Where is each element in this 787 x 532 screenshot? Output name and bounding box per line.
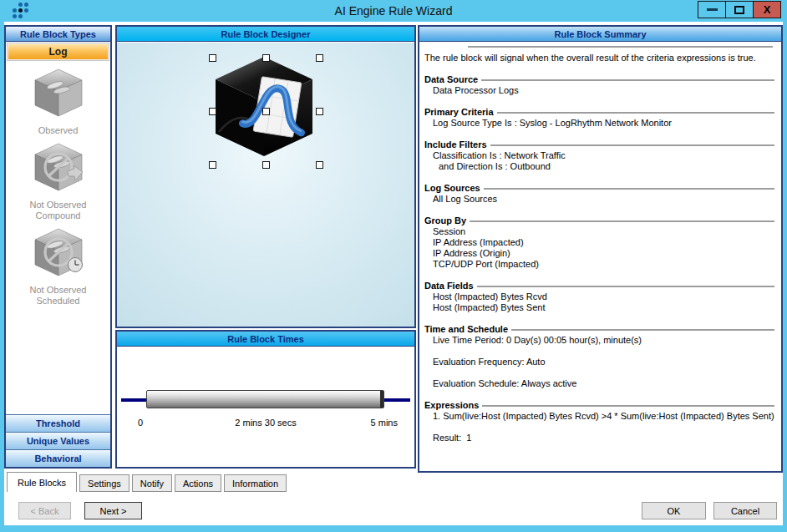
tab-settings[interactable]: Settings xyxy=(79,474,129,492)
section-rule xyxy=(497,112,774,114)
minimize-icon xyxy=(707,8,718,11)
unique-values-category-button[interactable]: Unique Values xyxy=(6,432,110,449)
selection-handle[interactable] xyxy=(209,108,216,115)
summary-line: Host (Impacted) Bytes Rcvd xyxy=(424,291,776,302)
log-block-cube-graphic xyxy=(211,55,317,159)
selection-handle[interactable] xyxy=(316,54,323,62)
behavioral-category-button[interactable]: Behavioral xyxy=(6,449,110,467)
rule-type-label: Observed xyxy=(38,125,79,136)
section-rule xyxy=(484,188,774,190)
selection-handle[interactable] xyxy=(262,108,270,115)
rule-type-list: Observed Not Observed Compound Not Obser… xyxy=(6,62,110,414)
tab-actions[interactable]: Actions xyxy=(175,474,221,492)
rule-block-summary-panel: Rule Block Summary The rule block will s… xyxy=(418,25,783,473)
rule-block-designer-header: Rule Block Designer xyxy=(117,27,414,42)
designer-canvas[interactable] xyxy=(117,43,414,327)
summary-section-time-and-schedule: Time and ScheduleLive Time Period: 0 Day… xyxy=(424,324,776,389)
maximize-button[interactable] xyxy=(725,1,754,18)
summary-section-include-filters: Include FiltersClassification Is : Netwo… xyxy=(424,139,776,172)
summary-section-primary-criteria: Primary CriteriaLog Source Type Is : Sys… xyxy=(424,107,776,129)
cube-icon xyxy=(31,227,86,277)
not-observed-scheduled-cube-icon xyxy=(31,227,86,281)
summary-section-group-by: Group BySessionIP Address (Impacted)IP A… xyxy=(424,215,776,270)
tab-notify[interactable]: Notify xyxy=(132,474,172,492)
summary-line: Evaluation Schedule: Always active xyxy=(424,378,776,389)
close-icon: X xyxy=(764,4,771,15)
summary-section-title: Group By xyxy=(424,215,466,226)
rule-block-summary-header: Rule Block Summary xyxy=(419,27,781,42)
summary-section-title: Data Fields xyxy=(424,281,474,291)
section-rule xyxy=(477,286,774,287)
summary-line: Live Time Period: 0 Day(s) 00:05 hour(s)… xyxy=(424,335,776,346)
next-button[interactable]: Next > xyxy=(84,502,142,519)
threshold-category-button[interactable]: Threshold xyxy=(6,414,110,432)
selection-handle[interactable] xyxy=(262,161,270,169)
section-rule xyxy=(511,329,774,331)
summary-section-title: Log Sources xyxy=(424,183,480,194)
client-area: Rule Block Types Log Observed Not Observ… xyxy=(4,22,783,525)
selection-handle[interactable] xyxy=(316,108,323,115)
time-scale-mid: 2 mins 30 secs xyxy=(117,418,414,428)
selection-handle[interactable] xyxy=(209,161,216,169)
tab-rule-blocks[interactable]: Rule Blocks xyxy=(7,472,77,492)
summary-line: 1. Sum(live:Host (Impacted) Bytes Rcvd) … xyxy=(424,411,776,422)
summary-line xyxy=(424,422,776,433)
rule-type-label: Not Observed Compound xyxy=(9,200,108,221)
cube-icon xyxy=(31,142,86,192)
rule-block-designer-panel: Rule Block Designer xyxy=(115,25,416,328)
window-controls: X xyxy=(698,1,781,18)
summary-section-log-sources: Log SourcesAll Log Sources xyxy=(424,183,776,205)
selection-handle[interactable] xyxy=(316,161,323,169)
close-button[interactable]: X xyxy=(753,1,781,18)
summary-line: Data Processor Logs xyxy=(424,85,776,96)
summary-section-data-source: Data SourceData Processor Logs xyxy=(424,74,776,96)
summary-top-rule xyxy=(468,46,773,48)
time-scale-end: 5 mins xyxy=(371,418,398,428)
tab-information[interactable]: Information xyxy=(224,474,287,492)
summary-line: Host (Impacted) Bytes Sent xyxy=(424,302,776,313)
selection-handle[interactable] xyxy=(262,54,270,62)
rule-type-not-observed-scheduled[interactable]: Not Observed Scheduled xyxy=(9,227,108,307)
summary-intro: The rule block will signal when the over… xyxy=(424,53,776,63)
not-observed-compound-cube-icon xyxy=(31,142,86,195)
selection-handle[interactable] xyxy=(209,54,216,62)
time-range-slider[interactable] xyxy=(146,390,384,408)
log-category-button[interactable]: Log xyxy=(8,43,109,60)
summary-section-title: Primary Criteria xyxy=(424,107,494,118)
maximize-icon xyxy=(734,6,744,14)
summary-section-expressions: Expressions1. Sum(live:Host (Impacted) B… xyxy=(424,400,776,443)
rule-type-label: Not Observed Scheduled xyxy=(9,285,108,307)
title-bar: AI Engine Rule Wizard X xyxy=(0,0,787,22)
summary-section-title: Include Filters xyxy=(424,139,487,150)
rule-block-times-panel: Rule Block Times 0 2 mins 30 secs 5 mins xyxy=(115,330,416,469)
rule-type-observed[interactable]: Observed xyxy=(31,68,86,136)
rule-block-cube[interactable] xyxy=(211,55,317,159)
summary-line: All Log Sources xyxy=(424,194,776,205)
summary-line: Log Source Type Is : Syslog - LogRhythm … xyxy=(424,118,776,129)
section-rule xyxy=(490,144,774,146)
summary-line xyxy=(424,367,776,378)
summary-line: Result: 1 xyxy=(424,433,776,443)
cancel-button[interactable]: Cancel xyxy=(713,502,777,519)
summary-line: and Direction Is : Outbound xyxy=(424,161,776,172)
minimize-button[interactable] xyxy=(698,1,726,18)
category-button-list: ThresholdUnique ValuesBehavioral xyxy=(6,414,110,467)
observed-cube-icon xyxy=(31,68,86,121)
rule-type-not-observed-compound[interactable]: Not Observed Compound xyxy=(9,142,108,221)
summary-line: Session xyxy=(424,226,776,237)
back-button[interactable]: < Back xyxy=(18,502,71,519)
summary-section-title: Expressions xyxy=(424,400,479,411)
window-title: AI Engine Rule Wizard xyxy=(0,4,787,18)
ok-button[interactable]: OK xyxy=(642,502,706,519)
ai-engine-rule-wizard-window: AI Engine Rule Wizard X Rule Block Types… xyxy=(0,0,787,532)
rule-block-types-header: Rule Block Types xyxy=(6,27,110,42)
summary-body: The rule block will signal when the over… xyxy=(419,43,781,471)
section-rule xyxy=(470,220,774,222)
cube-icon xyxy=(31,68,86,118)
summary-line: Evaluation Frequency: Auto xyxy=(424,357,776,367)
summary-line: TCP/UDP Port (Impacted) xyxy=(424,259,776,270)
summary-line: IP Address (Impacted) xyxy=(424,237,776,248)
rule-block-types-panel: Rule Block Types Log Observed Not Observ… xyxy=(4,25,112,469)
section-rule xyxy=(481,79,774,81)
summary-section-data-fields: Data FieldsHost (Impacted) Bytes RcvdHos… xyxy=(424,281,776,313)
